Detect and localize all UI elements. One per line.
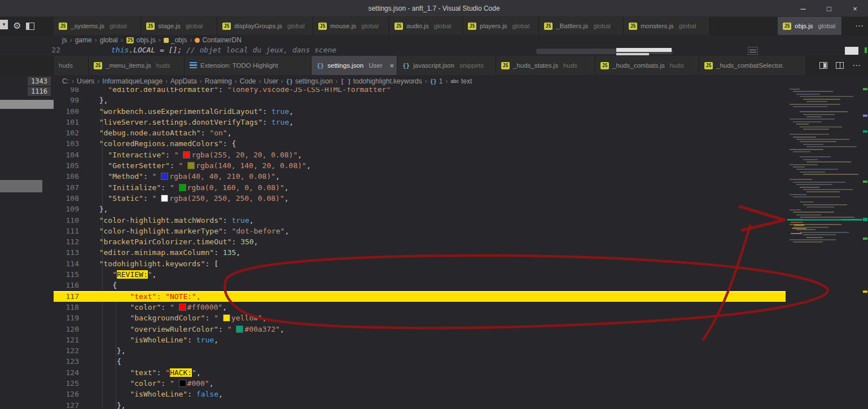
code-line-104: 104 "Interactive": " rgba(255, 20, 20, 0… <box>54 149 786 160</box>
line-number: 122 <box>54 345 90 356</box>
maximize-button[interactable]: □ <box>816 0 842 17</box>
line-number: 99 <box>54 95 90 105</box>
token: "on" <box>209 129 227 137</box>
minimap-line <box>793 91 833 92</box>
tabs-container-2: hudsJS_menu_items.jshudsExtension: TODO … <box>54 56 806 75</box>
breadcrumb-item-1[interactable]: {}1 <box>430 77 443 85</box>
breadcrumb-item-C:[interactable]: C: <box>62 77 69 85</box>
token: , <box>284 227 289 235</box>
breadcrumb-item-objs.js[interactable]: JSobjs.js <box>126 36 156 44</box>
tab-monsters.js[interactable]: JSmonsters.jsglobal <box>624 17 710 35</box>
tab-settings.json[interactable]: {}settings.jsonUser× <box>312 56 397 75</box>
breadcrumb-item-ContainerDN[interactable]: ContainerDN <box>195 36 241 44</box>
breadcrumb-item-settings.json[interactable]: {}settings.json <box>286 77 333 85</box>
minimap-accent <box>792 228 806 229</box>
tab-javascript.json[interactable]: {}javascript.jsonsnippets <box>397 56 496 75</box>
json-braces-icon: {} <box>402 62 410 69</box>
minimize-button[interactable]: ─ <box>790 0 816 17</box>
tab-stage.js[interactable]: JSstage.jsglobal <box>141 17 217 35</box>
breadcrumb: C:›Users›InformatiqueLepage›AppData›Roam… <box>54 75 868 87</box>
token <box>90 270 112 279</box>
grid-layout-icon[interactable] <box>836 62 844 69</box>
code-text: "color": " #ff0000", <box>90 302 786 313</box>
tab-_huds_combatSelector.[interactable]: JS_huds_combatSelector. <box>699 56 806 75</box>
overview-ruler[interactable] <box>862 87 868 409</box>
close-button[interactable]: × <box>842 0 868 17</box>
code-line-113: 113 "editor.minimap.maxColumn": 135, <box>54 247 786 258</box>
split-editor-icon[interactable] <box>819 62 827 69</box>
tab-label: players.js <box>480 23 507 29</box>
js-file-icon: JS <box>468 23 476 30</box>
minimap-line <box>790 104 840 105</box>
minimap-line <box>806 191 840 192</box>
breadcrumb-item-js[interactable]: js <box>62 36 67 44</box>
more-tabs-icon[interactable]: ⋯ <box>855 17 863 35</box>
token: "editor.minimap.maxColumn" <box>99 248 214 257</box>
minimap-line <box>796 94 820 95</box>
window-title: settings.json - anft_1.7 - Visual Studio… <box>368 5 499 12</box>
tab-players.js[interactable]: JSplayers.jsglobal <box>463 17 539 35</box>
code-line-109: 109 }, <box>54 204 786 214</box>
token: , <box>214 336 218 344</box>
array-symbol-icon: [ ] <box>341 78 351 85</box>
breadcrumb-item-global[interactable]: global <box>100 36 118 44</box>
breadcrumb-item-todohighlight.keywords[interactable]: [ ]todohighlight.keywords <box>341 77 422 85</box>
token: " <box>112 270 117 279</box>
minimap-accent <box>794 225 804 226</box>
minimap-line <box>800 96 853 97</box>
tab-_huds_combats.js[interactable]: JS_huds_combats.jshuds <box>595 56 699 75</box>
tab-_systems.js[interactable]: JS_systems.jsglobal <box>54 17 141 35</box>
breadcrumb-item-Code[interactable]: Code <box>240 77 256 85</box>
vscode-window: settings.json - anft_1.7 - Visual Studio… <box>0 0 868 409</box>
breadcrumb-label: ContainerDN <box>202 36 241 44</box>
overview-ruler-mark <box>863 218 867 221</box>
tab-Extension: TODO Highlight[interactable]: Extension: TODO Highlight <box>185 56 312 75</box>
more-actions-icon[interactable]: ⋯ <box>852 60 861 71</box>
breadcrumb-item-InformatiqueLepage[interactable]: InformatiqueLepage <box>102 77 163 85</box>
color-swatch <box>179 304 186 310</box>
token: , <box>209 379 214 388</box>
js-file-icon: JS <box>600 62 609 69</box>
code-text: "todohighlight.keywords": [ <box>90 258 786 269</box>
minimap-line <box>790 118 835 120</box>
toggle-panel-icon[interactable] <box>26 23 34 30</box>
token: , <box>297 151 302 159</box>
token: , <box>306 161 311 170</box>
tab-label: settings.json <box>327 62 363 69</box>
tab-mouse.js[interactable]: JSmouse.jsglobal <box>313 17 389 35</box>
breadcrumb-item-Users[interactable]: Users <box>77 77 94 85</box>
breadcrumb-item-AppData[interactable]: AppData <box>170 77 197 85</box>
minimap-line <box>790 179 812 180</box>
editor-actions: ⋯ <box>819 56 868 75</box>
symbol-icon <box>164 38 169 43</box>
breadcrumb-item-game[interactable]: game <box>75 36 92 44</box>
gear-icon[interactable]: ⚙ <box>13 21 21 30</box>
breadcrumb-item-Roaming[interactable]: Roaming <box>205 77 232 85</box>
tab-_menu_items.js[interactable]: JS_menu_items.jshuds <box>89 56 185 75</box>
left-editor-body: 1343 1116 <box>0 75 54 409</box>
line-number: 104 <box>54 149 90 160</box>
tab-_Battlers.js[interactable]: JS_Battlers.jsglobal <box>539 17 624 35</box>
token: , <box>280 325 284 333</box>
breadcrumb-item-_objs[interactable]: _objs <box>164 36 187 44</box>
token: " <box>152 194 161 203</box>
tab-objs.js[interactable]: JSobjs.jsglobal× <box>778 17 842 35</box>
tab-huds[interactable]: huds <box>54 56 89 75</box>
breadcrumb-item-text[interactable]: abctext <box>450 77 472 85</box>
minimap[interactable] <box>787 87 862 409</box>
close-icon[interactable]: × <box>389 61 394 70</box>
token: : <box>262 107 271 116</box>
tab-_huds_states.js[interactable]: JS_huds_states.jshuds <box>496 56 595 75</box>
token: , <box>249 216 254 225</box>
token: { <box>231 139 236 148</box>
tab-displayGroups.js[interactable]: JSdisplayGroups.jsglobal <box>217 17 313 35</box>
tab-audio.js[interactable]: JSaudio.jsglobal <box>389 17 463 35</box>
code-line-99: 99 }, <box>54 95 786 105</box>
token: " <box>214 314 223 322</box>
editor-content[interactable]: 98 "editor.defaultFormatter": "lonefy.vs… <box>54 87 868 409</box>
code-text: "Static": " rgba(250, 250, 250, 0.08)", <box>90 193 786 204</box>
minimap-line <box>806 161 851 162</box>
breadcrumb-item-User[interactable]: User <box>264 77 278 85</box>
dropdown-icon[interactable]: ▾ <box>0 20 8 29</box>
string-symbol-icon: abc <box>450 78 459 84</box>
